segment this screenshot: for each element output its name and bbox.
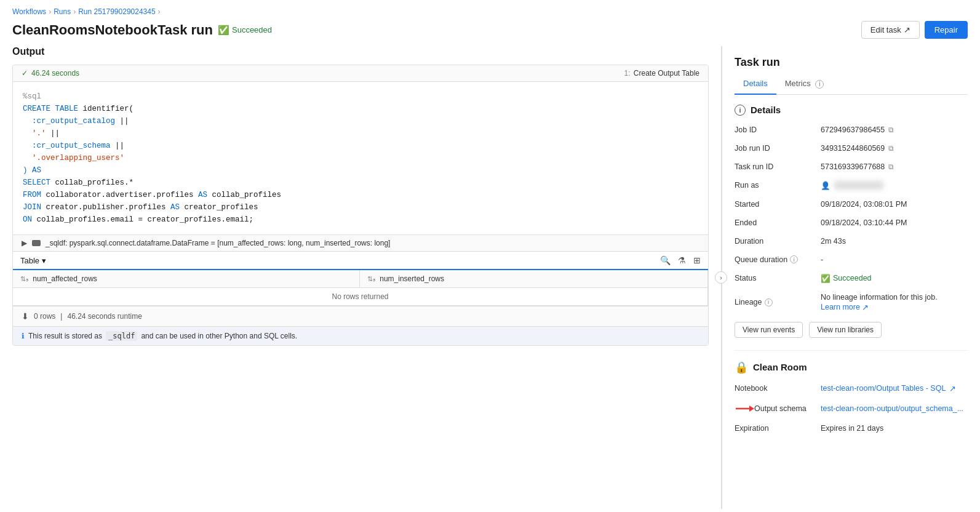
task-run-id-value: 573169339677688 ⧉ <box>821 160 968 174</box>
code-block: %sql CREATE TABLE identifier( :cr_output… <box>13 82 708 234</box>
clean-room-details-grid: Notebook test-clean-room/Output Tables -… <box>735 382 968 435</box>
data-table: ⇅₃ num_affected_rows ⇅₃ num_inserted_row… <box>13 269 708 306</box>
external-link-icon-learn-more: ↗ <box>862 303 869 312</box>
breadcrumb-workflows[interactable]: Workflows <box>12 7 46 16</box>
details-info-circle-icon: i <box>735 105 746 116</box>
ended-label: Ended <box>735 216 821 230</box>
table-icons: 🔍 ⚗ ⊞ <box>660 255 701 265</box>
lineage-info-icon[interactable]: i <box>765 298 773 306</box>
run-as-label: Run as <box>735 178 821 193</box>
output-schema-label: Output schema <box>735 401 821 417</box>
expiration-value: Expires in 21 days <box>821 422 968 435</box>
copy-task-run-id-icon[interactable]: ⧉ <box>888 162 894 171</box>
breadcrumb: Workflows › Runs › Run 251799029024345 › <box>0 0 980 18</box>
breadcrumb-run-id[interactable]: Run 251799029024345 <box>78 7 155 16</box>
output-section-title: Output <box>12 46 709 57</box>
panel-divider[interactable]: › <box>721 46 722 509</box>
left-panel: Output ✓ 46.24 seconds 1: Create Output … <box>0 46 721 509</box>
check-circle-icon: ✅ <box>218 25 229 36</box>
cell-step-num: 1: <box>624 69 630 78</box>
queue-duration-label: Queue duration i <box>735 253 821 266</box>
edit-task-button[interactable]: Edit task ↗ <box>861 21 920 39</box>
tab-metrics[interactable]: Metrics i <box>776 75 833 95</box>
code-line-9: FROM collaborator.advertiser.profiles AS… <box>23 189 698 201</box>
task-run-id-label: Task run ID <box>735 160 821 174</box>
notebook-value[interactable]: test-clean-room/Output Tables - SQL ↗ <box>821 382 968 396</box>
arrow-row: Output schema <box>735 403 807 414</box>
repair-button[interactable]: Repair <box>925 21 968 39</box>
view-run-events-button[interactable]: View run events <box>735 322 803 338</box>
code-line-8: SELECT collab_profiles.* <box>23 177 698 189</box>
right-panel: Task run Details Metrics i i Details Job… <box>722 46 980 509</box>
chevron-down-icon: ▾ <box>42 256 46 265</box>
task-run-title: Task run <box>735 56 968 69</box>
rows-count: 0 rows <box>34 312 55 321</box>
clean-room-section: 🔒 Clean Room Notebook test-clean-room/Ou… <box>735 350 968 435</box>
code-line-10: JOIN creator.publisher.profiles AS creat… <box>23 201 698 214</box>
footer-separator: | <box>60 312 62 321</box>
job-run-id-value: 349315244860569 ⧉ <box>821 142 968 155</box>
lineage-value: No lineage information for this job. Lea… <box>821 290 968 314</box>
page-title: CleanRoomsNotebookTask run ✅ Succeeded <box>12 22 272 38</box>
red-arrow-icon <box>735 403 754 414</box>
notebook-label: Notebook <box>735 382 821 396</box>
learn-more-link[interactable]: Learn more ↗ <box>821 303 869 312</box>
cell-footer: ⬇ 0 rows | 46.24 seconds runtime <box>13 306 708 326</box>
collapse-panel-button[interactable]: › <box>715 271 727 284</box>
success-check-icon: ✓ <box>22 69 28 78</box>
details-grid: Job ID 672949637986455 ⧉ Job run ID 3493… <box>735 123 968 314</box>
page-title-row: CleanRoomsNotebookTask run ✅ Succeeded E… <box>0 18 980 46</box>
download-icon[interactable]: ⬇ <box>22 311 29 321</box>
col-num-affected-rows: ⇅₃ num_affected_rows <box>13 270 359 288</box>
clean-room-header: 🔒 Clean Room <box>735 361 968 374</box>
col1-label: num_affected_rows <box>33 274 97 283</box>
external-link-icon-notebook: ↗ <box>949 384 956 393</box>
expiration-label: Expiration <box>735 422 821 435</box>
started-label: Started <box>735 198 821 211</box>
copy-job-id-icon[interactable]: ⧉ <box>888 126 894 134</box>
svg-marker-1 <box>749 406 754 412</box>
tab-details[interactable]: Details <box>735 75 776 95</box>
code-line-1: %sql <box>23 90 698 103</box>
search-icon[interactable]: 🔍 <box>660 255 671 265</box>
sqldf-row[interactable]: ▶ _sqldf: pyspark.sql.connect.dataframe.… <box>13 234 708 251</box>
table-toolbar: Table ▾ 🔍 ⚗ ⊞ <box>13 251 708 269</box>
status-text: Succeeded <box>232 25 272 34</box>
breadcrumb-runs[interactable]: Runs <box>54 7 71 16</box>
queue-duration-info-icon[interactable]: i <box>790 255 798 263</box>
info-code: _sqldf <box>106 331 137 341</box>
clean-room-title: Clean Room <box>753 362 807 372</box>
edit-task-label: Edit task <box>870 25 901 34</box>
tab-metrics-label: Metrics <box>785 79 811 88</box>
code-line-2: CREATE TABLE identifier( <box>23 103 698 115</box>
duration-label: Duration <box>735 234 821 248</box>
filter-icon[interactable]: ⚗ <box>678 255 686 265</box>
job-id-label: Job ID <box>735 123 821 137</box>
cell-header-right: 1: Create Output Table <box>624 69 699 78</box>
info-text-after: and can be used in other Python and SQL … <box>141 332 297 340</box>
cell-header: ✓ 46.24 seconds 1: Create Output Table <box>13 65 708 82</box>
copy-job-run-id-icon[interactable]: ⧉ <box>888 144 894 153</box>
page-title-text: CleanRoomsNotebookTask run <box>12 22 213 38</box>
table-dropdown[interactable]: Table ▾ <box>20 256 46 265</box>
lineage-label: Lineage i <box>735 290 821 314</box>
col2-label: num_inserted_rows <box>380 274 444 283</box>
table-label: Table <box>20 256 39 265</box>
col-type-icon-2: ⇅₃ <box>367 275 375 282</box>
metrics-info-icon[interactable]: i <box>815 80 824 89</box>
code-line-6: '.overlapping_users' <box>23 152 698 164</box>
run-buttons-row: View run events View run libraries <box>735 322 968 338</box>
info-bar: ℹ This result is stored as _sqldf and ca… <box>13 326 708 345</box>
tabs: Details Metrics i <box>735 75 968 95</box>
info-icon: ℹ <box>22 332 25 340</box>
columns-icon[interactable]: ⊞ <box>693 255 701 265</box>
run-as-blurred <box>834 181 883 190</box>
run-as-value: 👤 <box>821 178 968 193</box>
main-layout: Output ✓ 46.24 seconds 1: Create Output … <box>0 46 980 509</box>
info-text-before: This result is stored as <box>28 332 102 340</box>
queue-duration-value: - <box>821 253 968 266</box>
col-num-inserted-rows: ⇅₃ num_inserted_rows <box>359 270 707 288</box>
view-run-libraries-button[interactable]: View run libraries <box>809 322 882 338</box>
output-schema-value[interactable]: test-clean-room-output/output_schema_... <box>821 401 968 417</box>
duration-value: 2m 43s <box>821 234 968 248</box>
